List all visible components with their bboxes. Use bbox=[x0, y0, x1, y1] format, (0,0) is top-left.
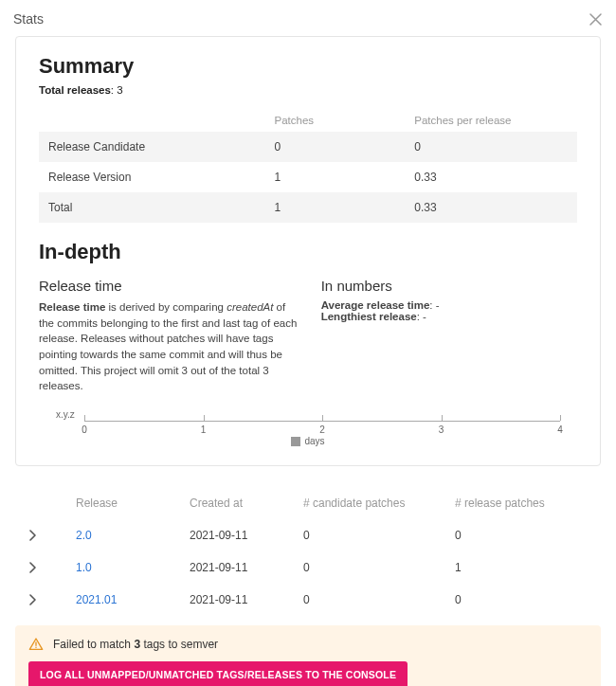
table-row: Total 1 0.33 bbox=[39, 192, 577, 223]
release-patches: 0 bbox=[445, 529, 588, 542]
svg-point-1 bbox=[35, 647, 36, 648]
created-at: 2021-09-11 bbox=[190, 529, 303, 542]
chevron-right-icon[interactable] bbox=[28, 530, 76, 541]
row-per: 0 bbox=[405, 132, 577, 162]
axis-line bbox=[84, 421, 560, 422]
candidate-patches: 0 bbox=[303, 561, 445, 574]
col-release-patches: # release patches bbox=[445, 496, 588, 510]
row-per: 0.33 bbox=[405, 192, 577, 223]
col-per-release: Patches per release bbox=[405, 109, 577, 132]
indepth-columns: Release time Release time is derived by … bbox=[39, 278, 577, 394]
candidate-patches: 0 bbox=[303, 593, 445, 606]
release-table-header: Release Created at # candidate patches #… bbox=[15, 487, 601, 519]
row-label: Release Version bbox=[39, 162, 265, 192]
release-time-heading: Release time bbox=[39, 278, 300, 294]
release-time-col: Release time Release time is derived by … bbox=[39, 278, 300, 394]
release-link[interactable]: 2.0 bbox=[76, 529, 190, 542]
created-at: 2021-09-11 bbox=[190, 561, 303, 574]
modal-title: Stats bbox=[13, 11, 44, 27]
col-blank bbox=[39, 109, 265, 132]
warning-text: Failed to match 3 tags to semver bbox=[53, 638, 218, 651]
indepth-heading: In-depth bbox=[39, 240, 577, 264]
tick-label: 2 bbox=[319, 424, 325, 435]
desc-bold: Release time bbox=[39, 301, 105, 313]
col-patches: Patches bbox=[265, 109, 406, 132]
release-row: 2021.01 2021-09-11 0 0 bbox=[15, 584, 601, 616]
desc-italic: createdAt bbox=[226, 301, 273, 313]
stats-modal: Stats Summary Total releases: 3 Patches … bbox=[0, 0, 616, 686]
col-created: Created at bbox=[190, 496, 303, 510]
legend-label: days bbox=[304, 436, 324, 446]
legend-swatch-icon bbox=[291, 437, 300, 446]
tick-label: 0 bbox=[82, 424, 87, 435]
table-row: Release Version 1 0.33 bbox=[39, 162, 577, 192]
stat-value: - bbox=[436, 299, 440, 311]
tick-label: 1 bbox=[201, 424, 207, 435]
stat-label: Lengthiest release bbox=[321, 311, 417, 322]
total-releases-value: 3 bbox=[117, 84, 122, 96]
warning-icon bbox=[28, 637, 44, 652]
chevron-right-icon[interactable] bbox=[28, 562, 76, 573]
release-row: 1.0 2021-09-11 0 1 bbox=[15, 551, 601, 584]
log-unmapped-button[interactable]: LOG ALL UNMAPPED/UNMATCHED TAGS/RELEASES… bbox=[28, 661, 408, 686]
candidate-patches: 0 bbox=[303, 529, 445, 542]
row-label: Release Candidate bbox=[39, 132, 265, 162]
col-release: Release bbox=[76, 496, 190, 510]
table-row: Release Candidate 0 0 bbox=[39, 132, 577, 162]
release-row: 2.0 2021-09-11 0 0 bbox=[15, 519, 601, 551]
release-link[interactable]: 1.0 bbox=[76, 561, 190, 574]
release-table: Release Created at # candidate patches #… bbox=[15, 487, 601, 616]
in-numbers-col: In numbers Average release time: - Lengt… bbox=[321, 278, 577, 394]
desc-text: of the commits belonging to the first an… bbox=[39, 301, 297, 391]
summary-heading: Summary bbox=[39, 54, 577, 79]
col-candidate: # candidate patches bbox=[303, 496, 445, 510]
total-releases: Total releases: 3 bbox=[39, 84, 577, 96]
release-link[interactable]: 2021.01 bbox=[76, 593, 190, 606]
stat-value: - bbox=[423, 311, 426, 322]
row-label: Total bbox=[39, 192, 265, 223]
modal-header: Stats bbox=[11, 11, 605, 36]
chart-legend: days bbox=[56, 436, 560, 446]
chart-y-category: x.y.z bbox=[56, 409, 75, 420]
chart-axis: x.y.z 0 1 2 3 4 bbox=[84, 413, 560, 430]
summary-table: Patches Patches per release Release Cand… bbox=[39, 109, 577, 223]
avg-release-time: Average release time: - bbox=[321, 299, 577, 311]
release-time-desc: Release time is derived by comparing cre… bbox=[39, 299, 300, 394]
tick-label: 3 bbox=[439, 424, 444, 435]
created-at: 2021-09-11 bbox=[190, 593, 303, 606]
total-releases-label: Total releases bbox=[39, 84, 111, 96]
row-patches: 1 bbox=[265, 192, 406, 223]
warning-message: Failed to match 3 tags to semver bbox=[28, 637, 588, 652]
release-patches: 0 bbox=[445, 593, 588, 606]
release-patches: 1 bbox=[445, 561, 588, 574]
row-per: 0.33 bbox=[405, 162, 577, 192]
row-patches: 1 bbox=[265, 162, 406, 192]
release-time-chart: x.y.z 0 1 2 3 4 days bbox=[39, 413, 577, 446]
stat-label: Average release time bbox=[321, 299, 430, 311]
lengthiest-release: Lengthiest release: - bbox=[321, 311, 577, 322]
summary-card: Summary Total releases: 3 Patches Patche… bbox=[15, 36, 601, 466]
warning-box: Failed to match 3 tags to semver LOG ALL… bbox=[15, 625, 601, 686]
close-icon[interactable] bbox=[589, 12, 603, 27]
desc-text: is derived by comparing bbox=[105, 301, 226, 313]
in-numbers-heading: In numbers bbox=[321, 278, 577, 294]
row-patches: 0 bbox=[265, 132, 406, 162]
tick-label: 4 bbox=[557, 424, 563, 435]
chevron-right-icon[interactable] bbox=[28, 594, 76, 605]
